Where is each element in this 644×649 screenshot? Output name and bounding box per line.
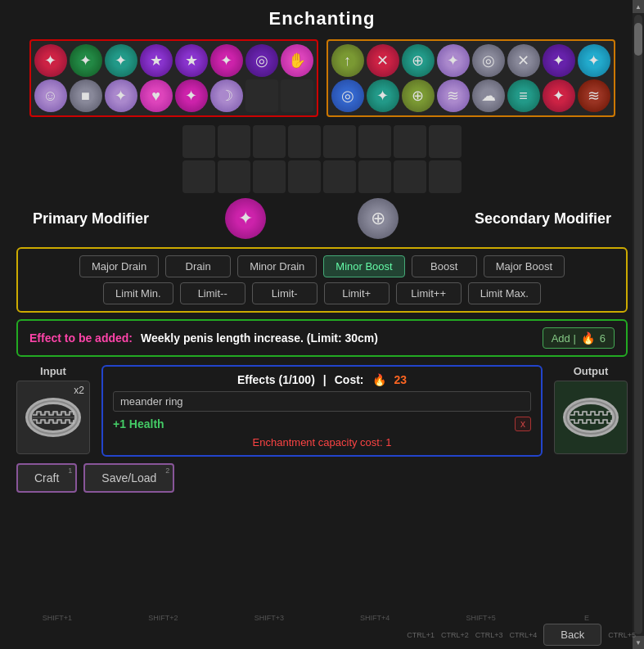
full-bottom: SHIFT+1 SHIFT+2 SHIFT+3 SHIFT+4 SHIFT+5 … [0, 614, 644, 649]
secondary-icon-11[interactable]: ≋ [437, 79, 470, 112]
secondary-icon-14[interactable]: ✦ [543, 79, 575, 112]
limit-plus-plus-btn[interactable]: Limit++ [396, 282, 462, 304]
empty-11[interactable] [288, 160, 321, 193]
secondary-icon-2[interactable]: ⊕ [402, 44, 435, 77]
secondary-icon-15[interactable]: ≋ [578, 79, 610, 112]
shortcut-ctrl1: CTRL+1 [407, 631, 435, 639]
boost-drain-row-2: Limit Min. Limit-- Limit- Limit+ Limit++… [28, 282, 616, 304]
minor-drain-btn[interactable]: Minor Drain [237, 255, 317, 277]
primary-icon-0[interactable]: ✦ [34, 44, 67, 77]
input-item-box: x2 [16, 381, 90, 454]
secondary-icon-0[interactable]: ↑ [331, 44, 364, 77]
primary-icon-8[interactable]: ☺ [34, 79, 67, 112]
effect-item-row: +1 Health x [113, 417, 531, 431]
limit-minus-btn[interactable]: Limit- [252, 282, 317, 304]
empty-9[interactable] [218, 160, 250, 193]
empty-8[interactable] [182, 160, 215, 193]
shortcut-shift5: SHIFT+5 [432, 614, 530, 622]
add-effect-button[interactable]: Add | 🔥 6 [543, 327, 615, 349]
craft-num: 1 [68, 466, 72, 475]
modifier-row: Primary Modifier ✦ ⊕ Secondary Modifier [16, 198, 628, 239]
save-load-button[interactable]: Save/Load 2 [83, 463, 174, 493]
primary-icon-10[interactable]: ✦ [105, 79, 137, 112]
primary-icon-15[interactable] [281, 79, 313, 112]
shortcut-ctrl3: CTRL+3 [475, 631, 503, 639]
effects-name-input[interactable] [113, 391, 531, 412]
shortcut-shift1: SHIFT+1 [8, 614, 106, 622]
shortcut-shift4: SHIFT+4 [326, 614, 424, 622]
empty-7[interactable] [429, 125, 462, 158]
primary-icon-5[interactable]: ✦ [210, 44, 243, 77]
primary-icon-12[interactable]: ✦ [175, 79, 208, 112]
remove-effect-btn[interactable]: x [515, 417, 531, 431]
secondary-icon-7[interactable]: ✦ [578, 44, 610, 77]
secondary-grid-container: ↑ ✕ ⊕ ✦ ◎ ✕ ✦ ✦ ◎ ✦ ⊕ ≋ ☁ ≡ ✦ ≋ [327, 39, 615, 117]
primary-icon-7[interactable]: ✋ [281, 44, 313, 77]
empty-13[interactable] [358, 160, 391, 193]
drain-btn[interactable]: Drain [165, 255, 231, 277]
empty-15[interactable] [429, 160, 462, 193]
boost-btn[interactable]: Boost [412, 255, 477, 277]
primary-icon-3[interactable]: ★ [140, 44, 173, 77]
primary-icon-1[interactable]: ✦ [70, 44, 102, 77]
main-container: ▲ ▼ Enchanting ✦ ✦ ✦ ★ ★ ✦ ◎ ✋ ☺ ■ [0, 0, 644, 649]
empty-0[interactable] [182, 125, 215, 158]
primary-icon-grid: ✦ ✦ ✦ ★ ★ ✦ ◎ ✋ ☺ ■ ✦ ♥ ✦ ☽ [34, 44, 313, 112]
empty-2[interactable] [253, 125, 286, 158]
boost-drain-area: Major Drain Drain Minor Drain Minor Boos… [16, 247, 628, 313]
minor-boost-btn[interactable]: Minor Boost [323, 255, 404, 277]
limit-min-btn[interactable]: Limit Min. [103, 282, 173, 304]
primary-icon-13[interactable]: ☽ [210, 79, 243, 112]
boost-drain-row-1: Major Drain Drain Minor Drain Minor Boos… [28, 255, 616, 277]
output-item-box [554, 381, 628, 454]
secondary-icon-13[interactable]: ≡ [507, 79, 540, 112]
limit-plus-btn[interactable]: Limit+ [324, 282, 390, 304]
limit-minus-minus-btn[interactable]: Limit-- [180, 282, 245, 304]
primary-icon-6[interactable]: ◎ [245, 44, 278, 77]
effect-positive-text: +1 Health [113, 417, 164, 430]
secondary-icon-5[interactable]: ✕ [507, 44, 540, 77]
primary-icon-14[interactable] [245, 79, 278, 112]
primary-icon-4[interactable]: ★ [175, 44, 208, 77]
enchant-cost-text: Enchantment capacity cost: 1 [113, 436, 531, 448]
scroll-track [634, 15, 642, 634]
scroll-thumb[interactable] [634, 23, 642, 56]
empty-14[interactable] [394, 160, 426, 193]
craft-button[interactable]: Craft 1 [16, 463, 77, 493]
primary-icon-9[interactable]: ■ [70, 79, 102, 112]
scroll-up[interactable]: ▲ [633, 0, 644, 13]
bottom-row: Input x2 Effects (1/100) [16, 365, 628, 457]
effects-cost-label: Cost: [335, 373, 364, 386]
secondary-modifier-icon[interactable]: ⊕ [358, 198, 399, 239]
empty-4[interactable] [323, 125, 356, 158]
secondary-icon-1[interactable]: ✕ [367, 44, 399, 77]
secondary-icon-9[interactable]: ✦ [367, 79, 399, 112]
output-ring-icon [562, 389, 619, 446]
secondary-icon-12[interactable]: ☁ [472, 79, 505, 112]
major-boost-btn[interactable]: Major Boost [484, 255, 565, 277]
empty-6[interactable] [394, 125, 426, 158]
secondary-icon-4[interactable]: ◎ [472, 44, 505, 77]
secondary-icon-6[interactable]: ✦ [543, 44, 575, 77]
save-num: 2 [165, 466, 169, 475]
empty-1[interactable] [218, 125, 250, 158]
major-drain-btn[interactable]: Major Drain [79, 255, 159, 277]
output-label: Output [574, 365, 609, 377]
back-button[interactable]: Back [543, 624, 601, 646]
primary-modifier-icon[interactable]: ✦ [225, 198, 266, 239]
scrollbar[interactable]: ▲ ▼ [633, 0, 644, 649]
empty-12[interactable] [323, 160, 356, 193]
icon-grids-row: ✦ ✦ ✦ ★ ★ ✦ ◎ ✋ ☺ ■ ✦ ♥ ✦ ☽ [16, 39, 628, 117]
secondary-icon-10[interactable]: ⊕ [402, 79, 435, 112]
primary-icon-2[interactable]: ✦ [105, 44, 137, 77]
empty-grid-row [182, 125, 462, 193]
empty-3[interactable] [288, 125, 321, 158]
limit-max-btn[interactable]: Limit Max. [468, 282, 541, 304]
input-item-count: x2 [74, 385, 84, 396]
shortcut-e: E [538, 614, 636, 622]
secondary-icon-3[interactable]: ✦ [437, 44, 470, 77]
empty-10[interactable] [253, 160, 286, 193]
primary-icon-11[interactable]: ♥ [140, 79, 173, 112]
empty-5[interactable] [358, 125, 391, 158]
secondary-icon-8[interactable]: ◎ [331, 79, 364, 112]
